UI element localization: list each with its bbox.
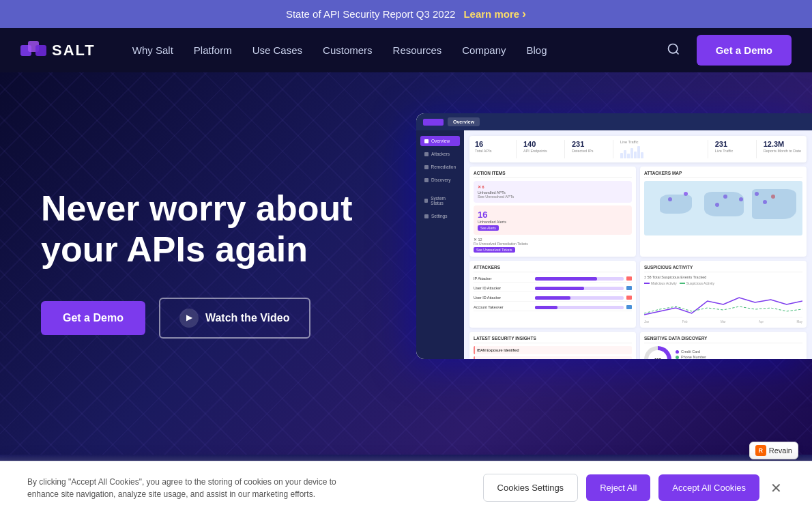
- cookies-settings-button[interactable]: Cookies Settings: [483, 474, 579, 502]
- nav-cta-button[interactable]: Get a Demo: [697, 35, 792, 66]
- reject-all-button[interactable]: Reject All: [586, 474, 650, 501]
- announcement-link[interactable]: Learn more: [463, 7, 526, 21]
- hero-cta-primary[interactable]: Get a Demo: [41, 301, 145, 335]
- nav-right: Get a Demo: [661, 35, 792, 66]
- svg-line-4: [676, 52, 679, 55]
- logo-icon: [20, 41, 46, 60]
- svg-point-3: [668, 44, 677, 53]
- nav-link-company[interactable]: Company: [452, 39, 515, 61]
- cta-secondary-label: Watch the Video: [205, 312, 290, 324]
- dashboard-screenshot: Overview Overview Attackers Remediation …: [416, 113, 812, 359]
- logo-link[interactable]: SALT: [20, 41, 96, 60]
- announcement-text: State of API Security Report Q3 2022: [286, 8, 455, 20]
- hero-cta-secondary[interactable]: ▶ Watch the Video: [159, 298, 310, 339]
- accept-all-button[interactable]: Accept All Cookies: [658, 474, 759, 501]
- nav-link-why-salt[interactable]: Why Salt: [123, 39, 183, 61]
- play-icon: ▶: [179, 309, 199, 328]
- revain-logo-icon: R: [755, 445, 766, 456]
- announcement-bar: State of API Security Report Q3 2022 Lea…: [0, 0, 812, 28]
- hero-buttons: Get a Demo ▶ Watch the Video: [41, 298, 396, 339]
- nav-links: Why Salt Platform Use Cases Customers Re…: [123, 39, 661, 61]
- nav-link-use-cases[interactable]: Use Cases: [243, 39, 312, 61]
- logo-text: SALT: [52, 42, 96, 59]
- hero-section: Never worry about your APIs again Get a …: [0, 72, 812, 455]
- search-button[interactable]: [661, 37, 686, 63]
- cookie-close-button[interactable]: ✕: [768, 477, 785, 499]
- revain-watermark: R Revain: [749, 442, 798, 459]
- nav-link-resources[interactable]: Resources: [383, 39, 452, 61]
- cookie-banner: By clicking "Accept All Cookies", you ag…: [0, 461, 812, 514]
- hero-title: Never worry about your APIs again: [41, 188, 396, 270]
- navigation: SALT Why Salt Platform Use Cases Custome…: [0, 28, 812, 72]
- hero-content: Never worry about your APIs again Get a …: [41, 188, 396, 339]
- cookie-text: By clicking "Accept All Cookies", you ag…: [27, 476, 368, 500]
- nav-link-platform[interactable]: Platform: [184, 39, 242, 61]
- dashboard-tab: Overview: [448, 117, 480, 126]
- revain-text: Revain: [769, 446, 792, 455]
- cookie-buttons: Cookies Settings Reject All Accept All C…: [483, 474, 785, 502]
- svg-rect-2: [35, 45, 46, 56]
- nav-link-customers[interactable]: Customers: [313, 39, 382, 61]
- nav-link-blog[interactable]: Blog: [517, 39, 556, 61]
